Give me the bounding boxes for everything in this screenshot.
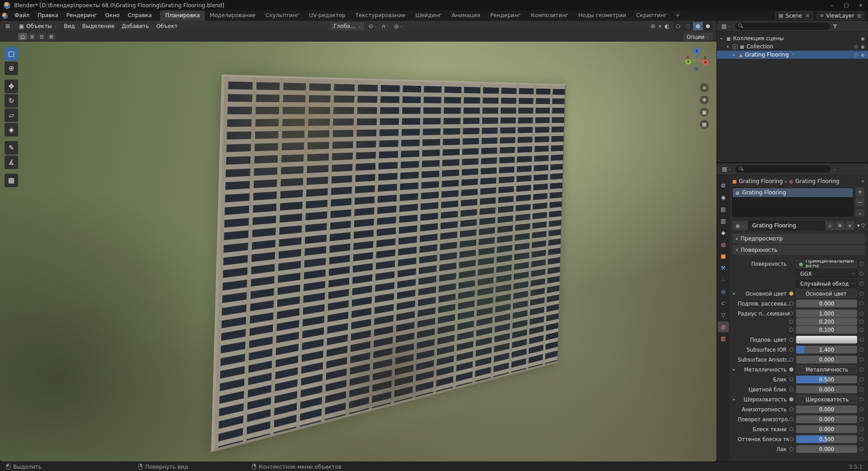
select-mode-button[interactable]: ▢: [18, 33, 27, 40]
viewport-menu-item[interactable]: Объект: [152, 21, 181, 32]
node-socket-dot[interactable]: [789, 437, 793, 441]
node-socket-dot[interactable]: [789, 417, 793, 421]
property-field-number[interactable]: 0.200: [796, 318, 857, 325]
add-slot-button[interactable]: +: [855, 188, 864, 197]
breadcrumb-object[interactable]: Grating Flooring: [739, 178, 783, 184]
node-socket-dot[interactable]: [789, 387, 793, 391]
add-cube-tool[interactable]: ▦: [5, 174, 18, 187]
visibility-eye-icon[interactable]: ⊙: [854, 52, 858, 57]
keyframe-decorator-dot[interactable]: [859, 367, 863, 372]
slot-specials-button[interactable]: ⌄: [855, 209, 864, 217]
negative-z-ball[interactable]: [694, 66, 699, 71]
menu-item[interactable]: Окно: [101, 10, 124, 21]
overlay-toggle-icon[interactable]: ◐: [665, 23, 669, 29]
property-field-number[interactable]: 1.000: [796, 310, 857, 317]
view-layer-tab[interactable]: ▥: [718, 216, 729, 226]
keyframe-decorator-dot[interactable]: [859, 437, 863, 441]
node-socket-dot[interactable]: [789, 301, 793, 306]
viewport-menu-item[interactable]: Вид: [60, 21, 78, 32]
camera-view-button[interactable]: ▣: [700, 108, 709, 117]
transform-tool[interactable]: ◈: [5, 123, 18, 137]
node-socket-dot[interactable]: [789, 358, 793, 362]
select-mode-button[interactable]: ⊟: [37, 33, 46, 40]
property-field-button[interactable]: Основной цвет: [796, 290, 857, 297]
property-field-button[interactable]: Шероховатость: [796, 396, 857, 403]
snapping-button[interactable]: ∩ ⌄: [381, 23, 389, 29]
scale-tool[interactable]: ▱: [5, 108, 18, 122]
copy-material-button[interactable]: ⧉: [835, 221, 844, 230]
properties-search-input[interactable]: [735, 165, 830, 173]
property-field-slider[interactable]: 0.000: [796, 415, 857, 423]
property-field-color[interactable]: [796, 336, 857, 344]
keyframe-decorator-dot[interactable]: [859, 397, 863, 401]
workspace-tab[interactable]: UV-редактор: [304, 10, 350, 21]
keyframe-decorator-dot[interactable]: [859, 377, 863, 382]
property-field-button[interactable]: Металличность: [796, 366, 857, 373]
texture-tab[interactable]: ▨: [718, 333, 729, 344]
outliner-row[interactable]: ▾▦Коллекция сцены◉: [717, 34, 868, 42]
property-field-slider[interactable]: 0.000: [796, 356, 857, 363]
expand-arrow-icon[interactable]: ▸: [733, 292, 738, 296]
toggle-grid-button[interactable]: ▦: [700, 120, 709, 129]
keyframe-decorator-dot[interactable]: [859, 417, 863, 421]
node-socket-dot[interactable]: [789, 377, 793, 382]
expand-arrow-icon[interactable]: ▸: [733, 397, 738, 401]
pivot-point-button[interactable]: ⊙ ⌄: [369, 23, 377, 29]
material-slot-list[interactable]: ◍Grating Flooring: [732, 188, 854, 217]
property-field-slider[interactable]: 0.000: [796, 425, 857, 433]
browse-material-button[interactable]: ◍ ⌄: [732, 221, 748, 230]
scene-tab[interactable]: ◆: [718, 227, 729, 238]
workspace-tab[interactable]: Композитинг: [526, 10, 574, 21]
rendered-shading-button[interactable]: ●: [703, 22, 713, 30]
move-tool[interactable]: ✥: [5, 80, 18, 93]
scene-unlink-button[interactable]: ×: [805, 13, 810, 19]
outliner-search-input[interactable]: [735, 23, 830, 30]
world-tab[interactable]: ◍: [718, 239, 729, 250]
workspace-tab[interactable]: Анимация: [446, 10, 485, 21]
navigation-gizmo[interactable]: Z X Y: [684, 47, 709, 72]
overlay-toggle-icon[interactable]: ⌖: [659, 23, 662, 29]
node-socket-dot[interactable]: [789, 292, 793, 296]
scene-selector[interactable]: ▦ Scene ×: [775, 11, 813, 20]
material-name-field[interactable]: Grating Flooring: [749, 221, 825, 230]
keyframe-decorator-dot[interactable]: [859, 262, 863, 266]
workspace-tab[interactable]: Моделирование: [205, 10, 261, 21]
keyframe-decorator-dot[interactable]: [859, 427, 863, 431]
property-field-slider[interactable]: 0.000: [796, 405, 857, 413]
keyframe-decorator-dot[interactable]: [859, 407, 863, 411]
render-tab[interactable]: ◉: [718, 192, 729, 203]
property-field-slider[interactable]: 0.000: [796, 445, 857, 453]
property-field-slider[interactable]: 0.500: [796, 376, 857, 383]
minimize-button[interactable]: –: [825, 0, 839, 10]
expand-arrow-icon[interactable]: ▸: [733, 367, 738, 372]
filter-icon[interactable]: [833, 24, 837, 28]
keyframe-decorator-dot[interactable]: [859, 320, 863, 324]
modifiers-tab[interactable]: ⚒: [718, 263, 729, 273]
outliner-editor-type-button[interactable]: ▤ ⌄: [720, 23, 732, 29]
chevron-down-icon[interactable]: ⌄: [833, 167, 836, 171]
viewport-3d[interactable]: ⊞ ⌄ ▣ Объекты ⌄ ВидВыделениеДобавитьОбъе…: [0, 21, 716, 462]
keyframe-decorator-dot[interactable]: [859, 328, 863, 332]
cursor-tool[interactable]: ⊕: [5, 61, 18, 75]
blender-menu-icon[interactable]: [2, 13, 8, 19]
preview-panel-header[interactable]: ▸ Предпросмотр: [732, 234, 865, 244]
select-mode-button[interactable]: ⊞: [28, 33, 37, 40]
node-socket-dot[interactable]: [789, 407, 793, 411]
measure-tool[interactable]: ∡: [5, 155, 18, 169]
keyframe-decorator-dot[interactable]: [859, 447, 863, 451]
menu-item[interactable]: Рендеринг: [62, 10, 101, 21]
viewport-scene[interactable]: [0, 42, 716, 462]
expand-arrow-icon[interactable]: ▸: [733, 53, 739, 57]
add-workspace-button[interactable]: +: [672, 10, 683, 21]
outliner-row[interactable]: ▾✓▦Collection⊙◉: [717, 42, 868, 51]
node-socket-dot[interactable]: [789, 397, 793, 401]
node-socket-dot[interactable]: [789, 338, 793, 342]
property-field-dropdown[interactable]: Случайный обход⌄: [796, 280, 857, 287]
workspace-tab[interactable]: Ноды геометрии: [574, 10, 631, 21]
keyframe-decorator-dot[interactable]: [859, 301, 863, 306]
keyframe-decorator-dot[interactable]: [859, 311, 863, 316]
select-mode-button[interactable]: ⊠: [47, 33, 56, 40]
grating-flooring-object[interactable]: [211, 75, 566, 452]
property-field-number[interactable]: 0.100: [796, 326, 857, 334]
mode-selector[interactable]: ▣ Объекты ⌄: [16, 23, 60, 29]
